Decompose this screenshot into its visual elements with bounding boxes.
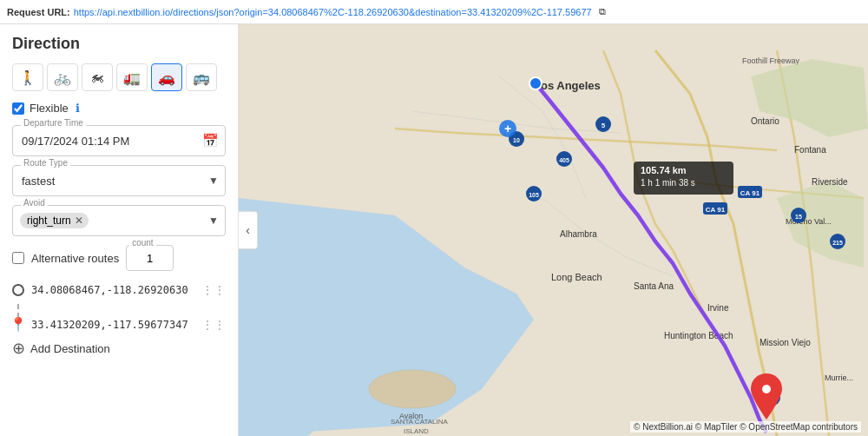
origin-input[interactable] <box>31 284 194 296</box>
svg-text:ISLAND: ISLAND <box>404 427 429 435</box>
svg-point-45 <box>529 77 542 89</box>
destination-row: 📍 ⋮⋮ <box>12 318 226 332</box>
svg-text:Long Beach: Long Beach <box>551 272 602 282</box>
main-content: Direction 🚶 🚲 🏍 🚛 🚗 🚌 Flexible ℹ Departu… <box>0 24 868 436</box>
count-field: count <box>126 245 174 271</box>
mode-bus[interactable]: 🚌 <box>186 63 217 91</box>
route-line <box>17 304 19 318</box>
avoid-tag-close[interactable]: ✕ <box>75 215 83 227</box>
mode-motorbike[interactable]: 🏍 <box>82 63 113 91</box>
svg-text:Murrie...: Murrie... <box>825 373 853 382</box>
svg-point-46 <box>762 385 771 393</box>
mode-truck[interactable]: 🚛 <box>116 63 148 91</box>
svg-text:Riverside: Riverside <box>812 177 848 187</box>
waypoints-section: ⋮⋮ 📍 ⋮⋮ <box>12 283 226 332</box>
panel-title: Direction <box>12 35 226 53</box>
alt-routes-row: Alternative routes count <box>12 245 226 271</box>
alt-routes-checkbox[interactable] <box>12 252 24 264</box>
mode-car[interactable]: 🚗 <box>151 63 182 91</box>
map-container[interactable]: Foothill Freeway Los Angeles Ontario Fon… <box>239 24 868 436</box>
svg-text:Foothill Freeway: Foothill Freeway <box>742 56 800 65</box>
add-destination-label: Add Destination <box>30 342 110 355</box>
alt-routes-label: Alternative routes <box>31 252 119 265</box>
calendar-icon[interactable]: 📅 <box>202 133 219 149</box>
flexible-checkbox[interactable] <box>12 102 24 115</box>
svg-text:1 h 1 min 38 s: 1 h 1 min 38 s <box>641 178 695 188</box>
request-url-label: Request URL: <box>7 7 70 17</box>
flexible-row: Flexible ℹ <box>12 102 226 115</box>
svg-text:105: 105 <box>529 192 539 198</box>
mode-walk[interactable]: 🚶 <box>12 63 43 91</box>
avoid-tag-text: right_turn <box>27 215 71 227</box>
destination-dot: 📍 <box>12 319 24 331</box>
departure-time-input[interactable] <box>12 125 226 156</box>
svg-text:215: 215 <box>832 240 843 246</box>
avoid-tag: right_turn ✕ <box>20 213 89 228</box>
avoid-field: Avoid right_turn ✕ ▼ <box>12 205 226 236</box>
destination-input[interactable] <box>31 319 194 331</box>
transport-modes: 🚶 🚲 🏍 🚛 🚗 🚌 <box>12 63 226 91</box>
svg-text:5: 5 <box>602 122 606 129</box>
count-input[interactable] <box>126 245 174 271</box>
svg-text:405: 405 <box>559 157 569 163</box>
svg-text:+: + <box>504 122 511 135</box>
route-type-label: Route Type <box>21 158 70 168</box>
origin-row: ⋮⋮ <box>12 283 226 297</box>
route-type-field: Route Type fastest shortest ▼ <box>12 165 226 196</box>
count-label: count <box>129 238 155 248</box>
avoid-label: Avoid <box>21 198 48 208</box>
svg-text:CA 91: CA 91 <box>740 189 760 197</box>
svg-text:10: 10 <box>513 137 520 143</box>
svg-text:Fontana: Fontana <box>794 145 826 155</box>
mode-bike[interactable]: 🚲 <box>47 63 78 91</box>
collapse-panel-button[interactable]: ‹ <box>239 211 258 249</box>
departure-time-label: Departure Time <box>21 118 86 128</box>
add-destination-row[interactable]: ⊕ Add Destination <box>12 339 226 358</box>
departure-time-field: Departure Time 📅 <box>12 125 226 156</box>
svg-text:Avalon: Avalon <box>399 412 423 420</box>
left-panel: Direction 🚶 🚲 🏍 🚛 🚗 🚌 Flexible ℹ Departu… <box>0 24 239 436</box>
svg-text:Mission Viejo: Mission Viejo <box>760 338 811 347</box>
flexible-label: Flexible <box>30 102 69 115</box>
map-attribution: © NextBillion.ai © MapTiler © OpenStreet… <box>630 421 861 433</box>
svg-text:15: 15 <box>795 214 802 220</box>
info-icon[interactable]: ℹ <box>76 102 80 115</box>
top-bar: Request URL: https://api.nextbillion.io/… <box>0 0 868 24</box>
svg-text:Los Angeles: Los Angeles <box>534 79 601 92</box>
svg-text:105.74 km: 105.74 km <box>641 165 687 175</box>
origin-dot <box>12 284 24 296</box>
svg-text:Ontario: Ontario <box>751 116 779 126</box>
svg-text:CA 91: CA 91 <box>706 206 726 214</box>
route-type-select[interactable]: fastest shortest <box>12 165 226 196</box>
svg-point-4 <box>369 370 456 408</box>
avoid-input[interactable]: right_turn ✕ <box>12 205 226 236</box>
copy-icon[interactable]: ⧉ <box>599 6 606 17</box>
map-svg: Foothill Freeway Los Angeles Ontario Fon… <box>239 24 868 436</box>
svg-text:Alhambra: Alhambra <box>560 229 597 239</box>
add-destination-icon: ⊕ <box>12 339 25 358</box>
svg-text:Santa Ana: Santa Ana <box>634 281 674 291</box>
destination-drag-icon[interactable]: ⋮⋮ <box>201 318 226 332</box>
request-url-text: https://api.nextbillion.io/directions/js… <box>74 7 592 17</box>
origin-drag-icon[interactable]: ⋮⋮ <box>201 283 226 297</box>
svg-text:Irvine: Irvine <box>707 303 729 313</box>
